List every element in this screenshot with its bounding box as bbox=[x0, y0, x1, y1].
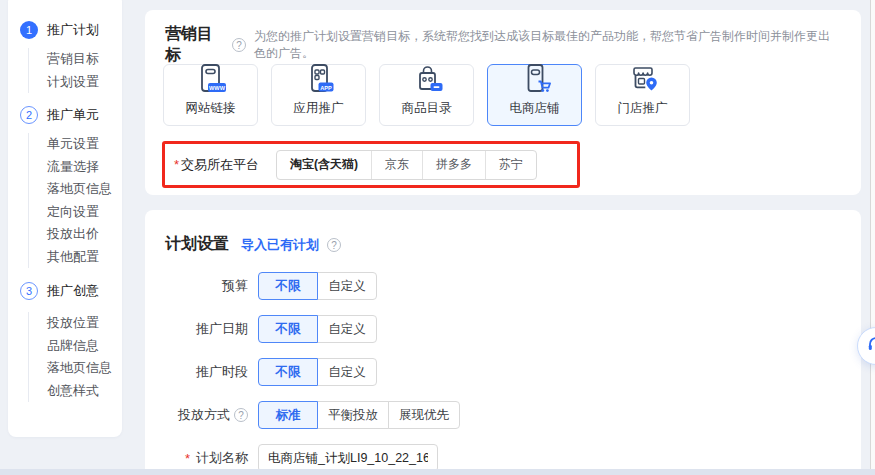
step-2-badge: 2 bbox=[20, 106, 38, 124]
plan-settings-form: 预算 不限 自定义 推广日期 不限 自定义 推广时段 不限 自定义 bbox=[145, 272, 861, 472]
step-1-badge: 1 bbox=[20, 21, 38, 39]
mode-option-impression-first[interactable]: 展现优先 bbox=[388, 401, 460, 429]
sidebar-item-creative-style[interactable]: 创意样式 bbox=[47, 380, 122, 403]
time-option-custom[interactable]: 自定义 bbox=[317, 358, 377, 386]
step-2-label: 推广单元 bbox=[47, 106, 99, 124]
goal-card-product-catalog[interactable]: 商品目录 bbox=[379, 64, 474, 126]
sidebar-step-promotion-unit[interactable]: 2 推广单元 bbox=[20, 106, 122, 124]
sidebar-step-promotion-plan[interactable]: 1 推广计划 bbox=[20, 21, 122, 39]
app-promotion-icon: APP bbox=[299, 63, 339, 99]
platform-option-taobao[interactable]: 淘宝(含天猫) bbox=[277, 151, 371, 179]
svg-text:APP: APP bbox=[320, 85, 332, 91]
delivery-mode-row: 投放方式 ? 标准 平衡投放 展现优先 bbox=[145, 401, 861, 429]
step-3-label: 推广创意 bbox=[47, 282, 99, 300]
promotion-date-label: 推广日期 bbox=[145, 320, 248, 338]
goal-card-list: WWW 网站链接 APP 应用推广 bbox=[163, 64, 690, 126]
date-option-custom[interactable]: 自定义 bbox=[317, 315, 377, 343]
sidebar-item-creative-landing-page[interactable]: 落地页信息 bbox=[47, 357, 122, 380]
plan-settings-title: 计划设置 bbox=[165, 234, 229, 255]
plan-settings-section: 计划设置 导入已有计划 ? 预算 不限 自定义 推广日期 不限 自定义 推广 bbox=[145, 210, 861, 475]
goal-label: 商品目录 bbox=[402, 100, 452, 117]
step-1-label: 推广计划 bbox=[47, 21, 99, 39]
sidebar-item-targeting-settings[interactable]: 定向设置 bbox=[47, 201, 122, 224]
platform-option-pinduoduo[interactable]: 拼多多 bbox=[422, 151, 485, 179]
headset-icon bbox=[866, 334, 875, 358]
promotion-time-label-text: 推广时段 bbox=[196, 363, 248, 381]
window-bottom-edge bbox=[0, 469, 875, 475]
sidebar-item-marketing-goal[interactable]: 营销目标 bbox=[47, 48, 122, 71]
delivery-mode-help-icon[interactable]: ? bbox=[234, 408, 248, 422]
marketing-goal-header: 营销目标 ? 为您的推广计划设置营销目标，系统帮您找到达成该目标最佳的产品功能，… bbox=[145, 10, 861, 66]
goal-card-ecommerce-store[interactable]: 电商店铺 bbox=[487, 64, 582, 126]
promotion-date-options: 不限 自定义 bbox=[258, 315, 377, 343]
promotion-date-row: 推广日期 不限 自定义 bbox=[145, 315, 861, 343]
plan-name-label-text: 计划名称 bbox=[196, 449, 248, 467]
sidebar-item-brand-info[interactable]: 品牌信息 bbox=[47, 335, 122, 358]
required-asterisk: * bbox=[185, 451, 190, 466]
promotion-time-options: 不限 自定义 bbox=[258, 358, 377, 386]
goal-card-app-promotion[interactable]: APP 应用推广 bbox=[271, 64, 366, 126]
step-3-badge: 3 bbox=[20, 282, 38, 300]
sidebar-item-landing-page-info[interactable]: 落地页信息 bbox=[47, 178, 122, 201]
sidebar-item-placement[interactable]: 投放位置 bbox=[47, 312, 122, 335]
annotation-highlight-box: * 交易所在平台 淘宝(含天猫) 京东 拼多多 苏宁 bbox=[162, 141, 580, 188]
budget-label-text: 预算 bbox=[222, 277, 248, 295]
wizard-steps-nav: 1 推广计划 营销目标 计划设置 2 推广单元 单元设置 流量选择 落地页信息 … bbox=[8, 0, 122, 402]
marketing-goal-help-icon[interactable]: ? bbox=[232, 38, 246, 52]
sidebar-item-traffic-selection[interactable]: 流量选择 bbox=[47, 156, 122, 179]
sidebar-item-other-config[interactable]: 其他配置 bbox=[47, 246, 122, 269]
local-store-icon bbox=[623, 63, 663, 99]
ecommerce-store-icon bbox=[515, 63, 555, 99]
trade-platform-label: 交易所在平台 bbox=[181, 156, 259, 174]
trade-platform-options: 淘宝(含天猫) 京东 拼多多 苏宁 bbox=[276, 150, 537, 180]
promotion-time-row: 推广时段 不限 自定义 bbox=[145, 358, 861, 386]
plan-settings-header: 计划设置 导入已有计划 ? bbox=[145, 210, 861, 255]
sidebar-item-unit-settings[interactable]: 单元设置 bbox=[47, 133, 122, 156]
marketing-goal-section: 营销目标 ? 为您的推广计划设置营销目标，系统帮您找到达成该目标最佳的产品功能，… bbox=[145, 10, 861, 195]
promotion-time-label: 推广时段 bbox=[145, 363, 248, 381]
budget-option-unlimited[interactable]: 不限 bbox=[258, 272, 318, 300]
sidebar-step-promotion-creative[interactable]: 3 推广创意 bbox=[20, 282, 122, 300]
goal-label: 应用推广 bbox=[294, 100, 344, 117]
step-3-sublist: 投放位置 品牌信息 落地页信息 创意样式 bbox=[28, 312, 122, 402]
date-option-unlimited[interactable]: 不限 bbox=[258, 315, 318, 343]
product-catalog-icon bbox=[407, 63, 447, 99]
goal-label: 电商店铺 bbox=[510, 100, 560, 117]
import-existing-plan-link[interactable]: 导入已有计划 bbox=[241, 236, 319, 254]
plan-name-row: * 计划名称 bbox=[145, 444, 861, 472]
marketing-goal-description: 为您的推广计划设置营销目标，系统帮您找到达成该目标最佳的产品功能，帮您节省广告制… bbox=[254, 28, 841, 62]
budget-label: 预算 bbox=[145, 277, 248, 295]
delivery-mode-label-text: 投放方式 bbox=[178, 406, 230, 424]
promotion-date-label-text: 推广日期 bbox=[196, 320, 248, 338]
sidebar-item-plan-settings[interactable]: 计划设置 bbox=[47, 71, 122, 94]
mode-option-balanced[interactable]: 平衡投放 bbox=[317, 401, 389, 429]
goal-card-website-link[interactable]: WWW 网站链接 bbox=[163, 64, 258, 126]
import-plan-help-icon[interactable]: ? bbox=[327, 238, 341, 252]
plan-name-label: * 计划名称 bbox=[145, 449, 248, 467]
goal-label: 网站链接 bbox=[186, 100, 236, 117]
step-1-sublist: 营销目标 计划设置 bbox=[28, 48, 122, 93]
budget-row: 预算 不限 自定义 bbox=[145, 272, 861, 300]
required-asterisk: * bbox=[174, 157, 179, 172]
delivery-mode-options: 标准 平衡投放 展现优先 bbox=[258, 401, 460, 429]
mode-option-standard[interactable]: 标准 bbox=[258, 401, 318, 429]
wizard-steps-sidebar: 1 推广计划 营销目标 计划设置 2 推广单元 单元设置 流量选择 落地页信息 … bbox=[8, 0, 122, 437]
platform-option-suning[interactable]: 苏宁 bbox=[485, 151, 536, 179]
svg-text:WWW: WWW bbox=[209, 85, 226, 91]
platform-option-jd[interactable]: 京东 bbox=[371, 151, 422, 179]
plan-name-input[interactable] bbox=[258, 444, 438, 472]
time-option-unlimited[interactable]: 不限 bbox=[258, 358, 318, 386]
goal-card-local-store[interactable]: 门店推广 bbox=[595, 64, 690, 126]
budget-option-custom[interactable]: 自定义 bbox=[317, 272, 377, 300]
goal-label: 门店推广 bbox=[618, 100, 668, 117]
sidebar-item-bid-settings[interactable]: 投放出价 bbox=[47, 223, 122, 246]
marketing-goal-title: 营销目标 bbox=[165, 24, 224, 66]
step-2-sublist: 单元设置 流量选择 落地页信息 定向设置 投放出价 其他配置 bbox=[28, 133, 122, 268]
window-scrollbar[interactable] bbox=[870, 0, 875, 475]
website-www-icon: WWW bbox=[191, 63, 231, 99]
delivery-mode-label: 投放方式 ? bbox=[145, 406, 248, 424]
budget-options: 不限 自定义 bbox=[258, 272, 377, 300]
